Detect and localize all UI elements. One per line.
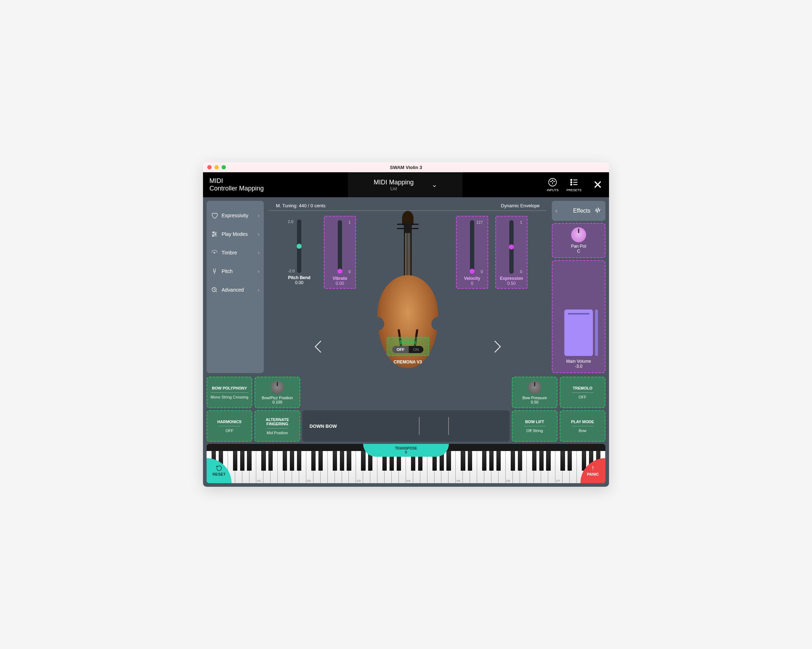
header-title-line2: Controller Mapping [209, 185, 264, 192]
window-title: SWAM Violin 3 [203, 165, 609, 170]
instrument-name: CREMONA V3 [394, 359, 422, 365]
alternate-fingering-tile[interactable]: ALTERNATE FINGERING Mid Position [255, 410, 300, 442]
app-body: MIDI Controller Mapping MIDI Mapping Lis… [203, 172, 609, 487]
pan-pot-knob[interactable]: Pan Pot C [552, 223, 606, 258]
info-bar: M. Tuning: 440 / 0 cents Dynamic Envelop… [269, 201, 547, 211]
header-title: MIDI Controller Mapping [209, 177, 264, 192]
bow-direction-label: DOWN BOW [310, 423, 337, 429]
sliders-icon [211, 231, 218, 238]
chevron-left-icon: ‹ [556, 208, 557, 214]
keyboard[interactable]: TRANSPOSE 0 C0C1C2C3C4C5C6C7 RESET PANIC [206, 444, 606, 483]
heart-icon [211, 212, 218, 219]
titlebar: SWAM Violin 3 [203, 162, 609, 172]
envelope-label: Dynamic Envelope [501, 203, 540, 208]
effects-header[interactable]: ‹ Effects [552, 201, 606, 221]
inputs-label: INPUTS [547, 188, 559, 192]
sidebar-label: Expressivity [221, 213, 249, 218]
chevron-right-icon: › [258, 250, 259, 255]
tuning-fork-icon [211, 268, 218, 275]
effects-title: Effects [573, 208, 591, 214]
main-area: Expressivity› Play Modes› Timbre› Pitch›… [203, 197, 609, 377]
sordino-toggle[interactable]: Sordino OFFON [387, 337, 429, 356]
sidebar-item-expressivity[interactable]: Expressivity› [206, 206, 264, 225]
chevron-right-icon: › [258, 287, 259, 293]
reset-icon [216, 465, 222, 471]
tremolo-tile[interactable]: TREMOLO OFF [560, 377, 606, 408]
header-buttons: INPUTS PRESETS ✕ [547, 178, 603, 192]
bow-lift-tile[interactable]: BOW LIFT Off String [512, 410, 557, 442]
signal-icon [211, 249, 218, 256]
waveform-icon [594, 207, 602, 215]
sidebar-label: Play Modes [221, 231, 248, 237]
svg-point-3 [554, 181, 555, 182]
expression-slider[interactable]: 10 Expression 0.50 [495, 216, 528, 289]
close-panel-button[interactable]: ✕ [593, 178, 603, 192]
gear-search-icon [211, 286, 218, 293]
sidebar-label: Pitch [221, 269, 233, 274]
bow-direction-panel[interactable]: DOWN BOW [302, 410, 510, 442]
tiles-row-1: BOW POLYPHONY Mono String Crossing Bow/P… [203, 377, 609, 410]
svg-point-8 [571, 184, 572, 185]
svg-point-6 [571, 182, 572, 183]
sidebar-item-timbre[interactable]: Timbre› [206, 243, 264, 262]
chevron-right-icon: › [258, 231, 259, 237]
bow-pressure-tile[interactable]: Bow Pressure 0.50 [512, 377, 557, 408]
main-volume-fader[interactable]: Main Volume -3.0 [552, 260, 606, 373]
app-window: SWAM Violin 3 MIDI Controller Mapping MI… [203, 162, 609, 487]
svg-point-4 [571, 179, 572, 180]
sidebar-item-playmodes[interactable]: Play Modes› [206, 225, 264, 243]
app-header: MIDI Controller Mapping MIDI Mapping Lis… [203, 172, 609, 197]
bow-polyphony-tile[interactable]: BOW POLYPHONY Mono String Crossing [206, 377, 252, 408]
chevron-right-icon: › [258, 213, 259, 218]
bow-pizz-position-tile[interactable]: Bow/Pizz Position 0.100 [255, 377, 300, 408]
prev-instrument-button[interactable] [313, 339, 324, 357]
chevron-right-icon: › [258, 269, 259, 274]
svg-point-2 [552, 180, 553, 181]
presets-label: PRESETS [566, 188, 582, 192]
dropdown-title: MIDI Mapping [374, 179, 414, 186]
transpose-indicator[interactable]: TRANSPOSE 0 [363, 444, 449, 457]
sidebar-label: Timbre [221, 250, 237, 255]
midi-mapping-dropdown[interactable]: MIDI Mapping List ⌄ [348, 172, 462, 197]
play-mode-tile[interactable]: PLAY MODE Bow [560, 410, 606, 442]
sidebar-item-pitch[interactable]: Pitch› [206, 262, 264, 281]
sidebar: Expressivity› Play Modes› Timbre› Pitch›… [206, 201, 264, 373]
svg-point-1 [551, 181, 551, 182]
tiles-row-2: HARMONICS OFF ALTERNATE FINGERING Mid Po… [203, 410, 609, 444]
center-stage: M. Tuning: 440 / 0 cents Dynamic Envelop… [267, 201, 549, 373]
harmonics-tile[interactable]: HARMONICS OFF [206, 410, 252, 442]
header-title-line1: MIDI [209, 177, 264, 185]
vibrato-slider[interactable]: 10 Vibrato 0.00 [324, 216, 356, 289]
presets-button[interactable]: PRESETS [566, 178, 582, 192]
tuning-label: M. Tuning: 440 / 0 cents [276, 203, 325, 208]
warning-icon [590, 465, 596, 471]
svg-point-16 [214, 252, 215, 253]
dropdown-subtitle: List [374, 186, 414, 191]
velocity-slider[interactable]: 1270 Velocity 0 [456, 216, 488, 289]
inputs-button[interactable]: INPUTS [547, 178, 559, 192]
chevron-down-icon: ⌄ [432, 181, 437, 189]
instrument-stage: 2.0-2.0 Pitch Bend 0.00 10 Vibrato 0.00 … [267, 211, 549, 373]
list-icon [569, 178, 578, 187]
spacer [302, 377, 510, 408]
pitch-bend-slider[interactable]: 2.0-2.0 Pitch Bend 0.00 [288, 218, 311, 285]
sidebar-item-advanced[interactable]: Advanced› [206, 281, 264, 299]
sidebar-label: Advanced [221, 287, 244, 293]
next-instrument-button[interactable] [492, 339, 502, 357]
palette-icon [548, 178, 557, 187]
effects-panel: ‹ Effects Pan Pot C Main Volume -3.0 [552, 201, 606, 373]
